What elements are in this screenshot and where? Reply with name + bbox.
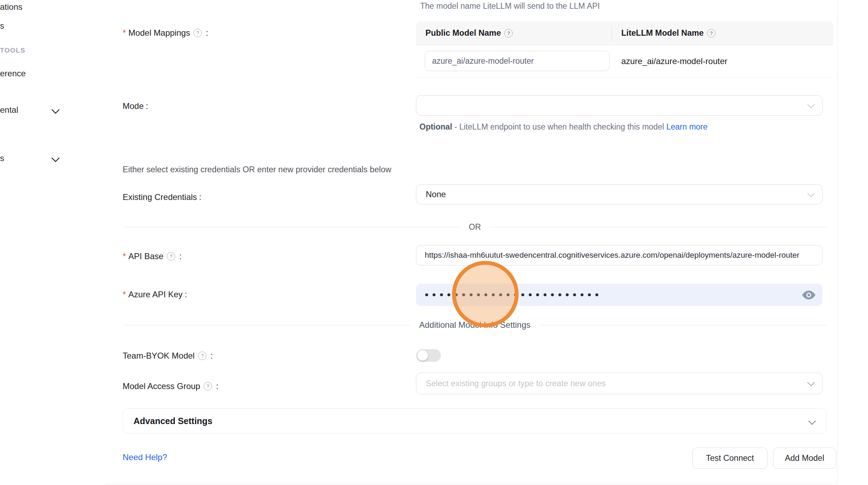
help-icon[interactable]: ? bbox=[204, 382, 212, 390]
table-header-litellm-model: LiteLLM Model Name ? bbox=[611, 21, 719, 45]
help-icon[interactable]: ? bbox=[167, 252, 175, 261]
team-byok-label-text: Team-BYOK Model bbox=[123, 351, 194, 361]
sidebar-section-tools: TOOLS bbox=[0, 47, 26, 54]
table-row: azure_ai/azure-model-router azure_ai/azu… bbox=[416, 45, 833, 78]
chevron-down-icon bbox=[808, 417, 816, 424]
chevron-down-icon bbox=[51, 105, 60, 114]
colon: : bbox=[146, 101, 148, 111]
table-header-row: Public Model Name ? LiteLLM Model Name ? bbox=[416, 21, 833, 45]
help-icon[interactable]: ? bbox=[504, 29, 513, 37]
divider-line bbox=[540, 325, 827, 325]
divider-line bbox=[123, 325, 410, 325]
model-mappings-table: Public Model Name ? LiteLLM Model Name ?… bbox=[416, 21, 833, 78]
model-mappings-label-text: Model Mappings bbox=[128, 28, 190, 38]
litellm-model-name-header: LiteLLM Model Name bbox=[621, 28, 704, 38]
required-mark: * bbox=[123, 251, 126, 261]
public-model-name-input[interactable]: azure_ai/azure-model-router bbox=[425, 51, 610, 71]
sidebar-item-ations[interactable]: ations bbox=[0, 2, 22, 12]
sidebar-item-erence[interactable]: erence bbox=[0, 69, 26, 78]
masked-api-key: •••••••••••••••••••••••• bbox=[424, 284, 815, 306]
additional-settings-divider: Additional Model Info Settings bbox=[123, 319, 827, 331]
sidebar-item-s1[interactable]: s bbox=[0, 21, 4, 31]
table-header-public-model: Public Model Name ? bbox=[416, 21, 611, 45]
mode-helper-text: Optional - LiteLLM endpoint to use when … bbox=[419, 120, 716, 134]
need-help-link[interactable]: Need Help? bbox=[123, 452, 167, 462]
or-divider-text: OR bbox=[469, 222, 481, 232]
required-mark: * bbox=[123, 28, 126, 38]
azure-api-key-input[interactable]: •••••••••••••••••••••••• bbox=[416, 284, 822, 306]
add-model-button[interactable]: Add Model bbox=[773, 448, 836, 469]
mode-select[interactable] bbox=[416, 95, 822, 116]
add-model-form-card: The model name LiteLLM will send to the … bbox=[105, 0, 838, 484]
divider-line bbox=[490, 227, 827, 227]
colon: : bbox=[185, 290, 187, 299]
api-base-label: * API Base ? : bbox=[123, 251, 182, 262]
chevron-down-icon bbox=[807, 101, 815, 108]
credentials-note: Either select existing credentials OR en… bbox=[123, 164, 391, 175]
help-icon[interactable]: ? bbox=[193, 29, 202, 37]
colon: : bbox=[179, 251, 182, 261]
litellm-model-name-value: azure_ai/azure-model-router bbox=[621, 45, 727, 77]
learn-more-link[interactable]: Learn more bbox=[666, 122, 708, 131]
required-mark: * bbox=[123, 290, 126, 299]
additional-settings-divider-text: Additional Model Info Settings bbox=[419, 320, 531, 330]
help-icon[interactable]: ? bbox=[198, 352, 206, 360]
team-byok-toggle[interactable] bbox=[416, 349, 441, 362]
model-access-group-placeholder: Select existing groups or type to create… bbox=[416, 379, 606, 388]
azure-api-key-label-text: Azure API Key bbox=[128, 290, 183, 299]
existing-credentials-label-text: Existing Credentials bbox=[123, 192, 197, 202]
model-access-group-select[interactable]: Select existing groups or type to create… bbox=[416, 373, 822, 394]
model-mappings-label: * Model Mappings ? : bbox=[123, 27, 208, 39]
colon: : bbox=[199, 192, 201, 202]
existing-credentials-label: Existing Credentials : bbox=[123, 192, 201, 203]
mode-helper-rest: - LiteLLM endpoint to use when health ch… bbox=[452, 122, 666, 131]
public-model-name-header: Public Model Name bbox=[425, 28, 501, 38]
chevron-down-icon bbox=[807, 190, 815, 197]
chevron-down-icon bbox=[51, 154, 60, 162]
model-access-group-label-text: Model Access Group bbox=[123, 381, 200, 391]
colon: : bbox=[210, 351, 213, 361]
chevron-down-icon bbox=[807, 379, 815, 386]
advanced-settings-label: Advanced Settings bbox=[123, 416, 212, 426]
sidebar: ations s TOOLS erence ental s bbox=[0, 0, 105, 485]
existing-credentials-value: None bbox=[416, 189, 446, 199]
optional-bold: Optional bbox=[419, 122, 452, 131]
add-model-screen: ations s TOOLS erence ental s The model … bbox=[0, 0, 868, 485]
eye-icon[interactable] bbox=[802, 290, 815, 301]
colon: : bbox=[216, 381, 218, 391]
mode-label-text: Mode bbox=[123, 101, 144, 111]
header-divider bbox=[611, 26, 612, 40]
advanced-settings-panel[interactable]: Advanced Settings bbox=[123, 408, 826, 434]
azure-api-key-label: * Azure API Key : bbox=[123, 289, 187, 300]
sidebar-item-ental[interactable]: ental bbox=[0, 105, 18, 115]
or-divider: OR bbox=[123, 222, 827, 232]
mode-label: Mode : bbox=[123, 101, 148, 112]
api-base-input[interactable]: https://ishaa-mh6uutut-swedencentral.cog… bbox=[416, 245, 822, 265]
existing-credentials-select[interactable]: None bbox=[416, 184, 822, 205]
team-byok-label: Team-BYOK Model ? : bbox=[123, 350, 213, 361]
model-name-helper-text: The model name LiteLLM will send to the … bbox=[420, 1, 600, 11]
colon: : bbox=[206, 28, 208, 38]
sidebar-item-s2[interactable]: s bbox=[0, 153, 4, 163]
toggle-knob bbox=[417, 350, 428, 361]
test-connect-button[interactable]: Test Connect bbox=[692, 448, 767, 469]
api-base-label-text: API Base bbox=[128, 251, 163, 261]
model-access-group-label: Model Access Group ? : bbox=[123, 381, 218, 392]
divider-line bbox=[123, 227, 460, 227]
help-icon[interactable]: ? bbox=[707, 29, 716, 37]
